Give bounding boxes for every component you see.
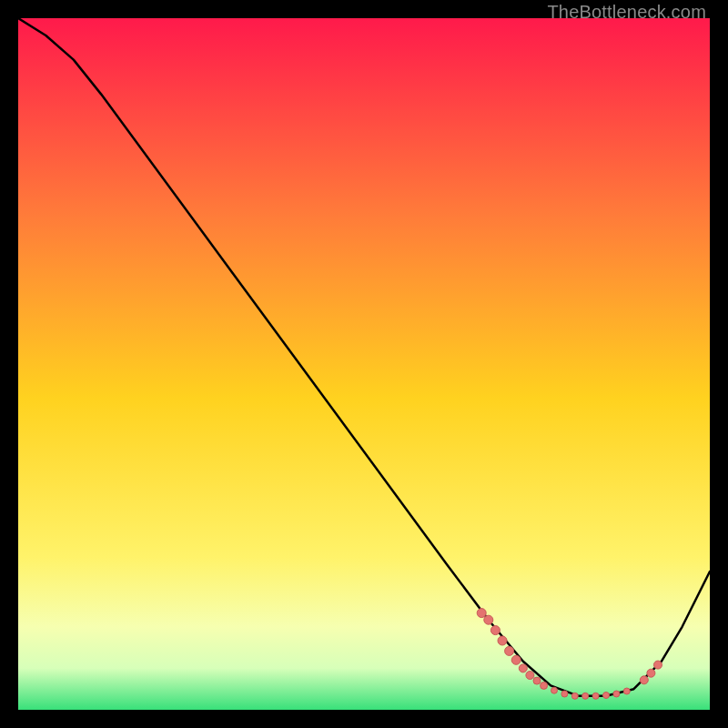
curve-marker: [526, 672, 534, 680]
curve-marker: [519, 664, 527, 672]
curve-marker: [613, 691, 620, 697]
curve-marker: [541, 682, 548, 689]
curve-marker: [511, 655, 521, 664]
curve-marker: [592, 693, 599, 699]
curve-marker: [477, 609, 486, 618]
curve-marker: [490, 626, 500, 635]
curve-marker: [647, 669, 655, 677]
curve-marker: [571, 693, 578, 699]
curve-marker: [533, 677, 541, 684]
chart-svg: [18, 18, 710, 710]
curve-marker: [582, 693, 589, 699]
curve-marker: [654, 661, 662, 669]
curve-marker: [640, 676, 648, 684]
curve-marker: [505, 646, 514, 655]
curve-marker: [498, 636, 507, 645]
curve-marker: [484, 615, 493, 624]
chart-frame: [18, 18, 710, 710]
curve-marker: [603, 693, 610, 699]
curve-marker: [561, 691, 568, 697]
chart-plot: [18, 18, 710, 710]
curve-marker: [623, 688, 630, 694]
curve-marker: [551, 687, 558, 693]
